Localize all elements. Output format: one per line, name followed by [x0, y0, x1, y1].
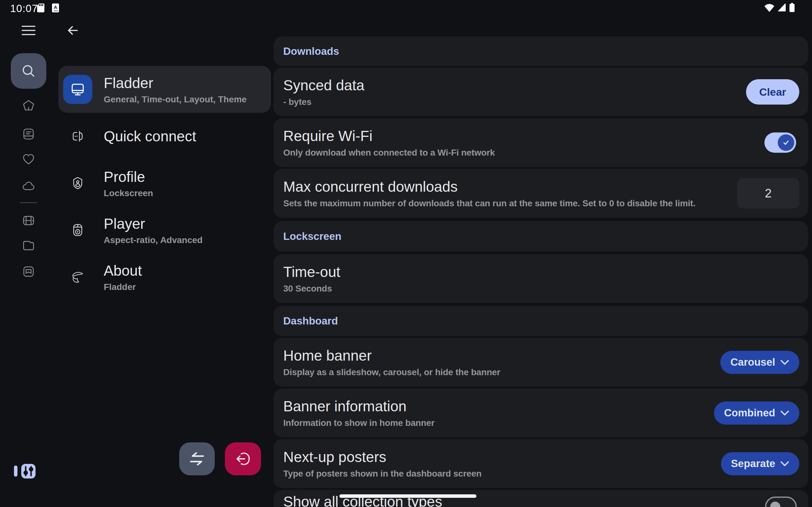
sidebar-item-movies[interactable] — [22, 214, 35, 227]
menu-item-title: Player — [104, 215, 203, 232]
chevron-down-icon — [780, 360, 789, 365]
row-subtitle: Sets the maximum number of downloads tha… — [283, 199, 696, 209]
require-wifi-toggle[interactable] — [764, 132, 796, 153]
logout-icon — [235, 451, 251, 467]
row-subtitle: - bytes — [283, 97, 364, 107]
sidebar-item-home[interactable] — [22, 99, 35, 112]
sidebar-item-sync[interactable] — [22, 179, 35, 193]
row-title: Require Wi-Fi — [283, 127, 495, 145]
menu-item-subtitle: General, Time-out, Layout, Theme — [104, 95, 247, 105]
row-subtitle: 30 Seconds — [283, 284, 340, 294]
banner-information-dropdown[interactable]: Combined — [714, 401, 799, 425]
swap-icon — [189, 451, 206, 467]
menu-item-about[interactable]: About Fladder — [58, 253, 271, 300]
fladder-settings-screen: 10:07 A — [0, 0, 812, 507]
chevron-down-icon — [780, 410, 789, 416]
quick-connect-icon — [71, 129, 85, 143]
menu-item-title: About — [104, 262, 142, 279]
menu-item-subtitle: Lockscreen — [104, 188, 153, 199]
menu-item-quick-connect[interactable]: Quick connect — [58, 113, 271, 160]
row-title: Max concurrent downloads — [283, 178, 696, 195]
sidebar-item-library[interactable] — [22, 127, 35, 141]
menu-item-title: Quick connect — [104, 128, 196, 145]
wifi-icon — [764, 3, 774, 12]
row-max-concurrent[interactable]: Max concurrent downloads Sets the maximu… — [273, 169, 808, 218]
section-header-dashboard: Dashboard — [273, 306, 808, 336]
row-title: Time-out — [283, 263, 340, 280]
row-banner-information[interactable]: Banner information Information to show i… — [273, 389, 808, 437]
settings-content: Downloads Synced data - bytes Clear Requ… — [273, 37, 808, 507]
row-title: Home banner — [283, 347, 500, 364]
signal-icon — [777, 3, 786, 12]
sidebar-item-folders[interactable] — [22, 239, 35, 252]
row-home-banner[interactable]: Home banner Display as a slideshow, caro… — [273, 338, 808, 387]
check-icon — [781, 138, 791, 147]
logout-button[interactable] — [225, 442, 261, 475]
row-title: Synced data — [283, 77, 364, 94]
section-title: Downloads — [283, 45, 339, 57]
search-button[interactable] — [11, 53, 46, 89]
row-nextup-posters[interactable]: Next-up posters Type of posters shown in… — [273, 439, 808, 488]
menu-item-fladder[interactable]: Fladder General, Time-out, Layout, Theme — [58, 66, 271, 113]
rail-divider — [20, 202, 38, 203]
keyboard-a-icon: A — [52, 3, 59, 12]
row-subtitle: Information to show in home banner — [283, 418, 435, 428]
battery-icon — [789, 3, 795, 12]
show-all-collections-toggle[interactable] — [765, 497, 797, 507]
row-synced-data[interactable]: Synced data - bytes Clear — [273, 67, 808, 116]
section-title: Lockscreen — [283, 230, 341, 242]
row-require-wifi[interactable]: Require Wi-Fi Only download when connect… — [273, 118, 808, 167]
section-header-downloads: Downloads — [273, 37, 808, 66]
max-downloads-value[interactable]: 2 — [737, 178, 799, 209]
gesture-nav-pill[interactable] — [339, 494, 476, 498]
sidebar-item-collections[interactable] — [22, 265, 35, 278]
home-banner-dropdown[interactable]: Carousel — [720, 351, 799, 374]
row-subtitle: Only download when connected to a Wi-Fi … — [283, 148, 495, 158]
menu-item-subtitle: Aspect-ratio, Advanced — [104, 235, 203, 245]
status-time: 10:07 — [10, 3, 38, 14]
row-timeout[interactable]: Time-out 30 Seconds — [273, 254, 808, 303]
sliders-widget-icon[interactable] — [14, 464, 36, 478]
sidebar-item-favorites[interactable] — [22, 153, 35, 166]
dropdown-value: Combined — [724, 407, 775, 419]
chevron-down-icon — [780, 461, 789, 466]
fladder-logo-icon — [71, 270, 85, 284]
profile-shield-icon — [71, 176, 85, 190]
menu-icon[interactable] — [21, 24, 36, 37]
menu-item-title: Fladder — [104, 74, 247, 92]
back-arrow-icon[interactable] — [66, 23, 80, 38]
monitor-icon — [63, 75, 92, 104]
nextup-posters-dropdown[interactable]: Separate — [721, 452, 799, 475]
row-title: Next-up posters — [283, 448, 481, 465]
row-title: Banner information — [283, 398, 435, 415]
player-icon — [71, 223, 85, 237]
sd-card-icon — [37, 3, 44, 12]
switch-server-button[interactable] — [179, 442, 215, 475]
menu-item-player[interactable]: Player Aspect-ratio, Advanced — [58, 207, 271, 253]
section-header-lockscreen: Lockscreen — [273, 221, 808, 251]
row-subtitle: Display as a slideshow, carousel, or hid… — [283, 367, 500, 377]
clear-button[interactable]: Clear — [746, 79, 799, 105]
section-title: Dashboard — [283, 315, 338, 327]
search-icon — [20, 63, 37, 79]
row-subtitle: Type of posters shown in the dashboard s… — [283, 469, 481, 479]
dropdown-value: Carousel — [730, 356, 775, 368]
dropdown-value: Separate — [731, 458, 775, 469]
settings-menu: Fladder General, Time-out, Layout, Theme… — [58, 66, 271, 300]
svg-text:A: A — [54, 4, 57, 10]
menu-item-profile[interactable]: Profile Lockscreen — [58, 160, 271, 207]
menu-item-title: Profile — [104, 168, 153, 185]
row-show-all-collections[interactable]: Show all collection types — [273, 490, 808, 507]
status-right-icons — [764, 3, 795, 12]
menu-item-subtitle: Fladder — [104, 282, 142, 292]
